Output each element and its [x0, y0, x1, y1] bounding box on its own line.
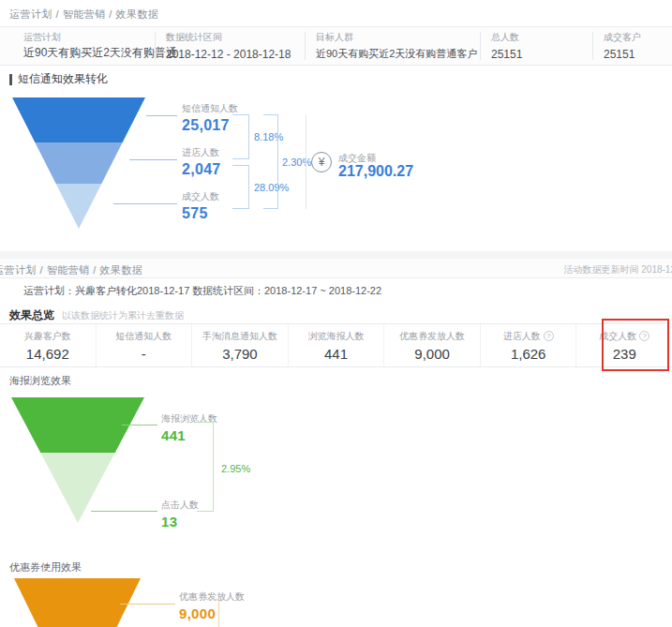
- field-value: 近90天有购买近2天没有购普通: [23, 45, 155, 61]
- page-separator: [0, 251, 672, 259]
- section-title-poster: 海报浏览效果: [9, 374, 71, 388]
- amount-value: 217,900.27: [338, 163, 413, 180]
- poster-funnel-chart: [11, 397, 144, 523]
- stat-coupons-issued: 优惠券发放人数 9,000: [383, 324, 480, 366]
- divider: [306, 114, 306, 209]
- connector-line: [129, 159, 177, 160]
- stat-value: 9,000: [414, 346, 450, 362]
- field-label: 总人数: [491, 31, 592, 44]
- field-label: 成交客户: [604, 31, 668, 44]
- stat-poster-views: 浏览海报人数 441: [288, 324, 384, 366]
- stat-store-visits: 进店人数 ? 1,626: [480, 324, 576, 366]
- stat-interest-customers: 兴趣客户数 14,692: [0, 324, 96, 366]
- field-target-audience: 目标人群 近90天有购买近2天没有购普通客户: [306, 31, 480, 61]
- stat-deals: 成交人数 ? 239: [575, 324, 672, 366]
- help-icon[interactable]: ?: [639, 331, 650, 341]
- data-update-time: 活动数据更新时间 2018-12: [564, 263, 672, 276]
- conversion-rate-overall: 2.30%: [282, 157, 311, 168]
- yen-icon: ¥: [311, 152, 332, 172]
- connector-line: [113, 203, 177, 204]
- section-accent-bar: [9, 74, 12, 85]
- field-label: 数据统计区间: [166, 31, 305, 44]
- plan-name: 运营计划：兴趣客户转化2018-12-17: [23, 284, 189, 298]
- conversion-rate-poster: 2.95%: [221, 463, 250, 474]
- rate-bracket: [202, 599, 219, 627]
- rate-bracket: [232, 114, 249, 159]
- stat-value: 1,626: [511, 346, 546, 362]
- rate-bracket: [232, 165, 249, 209]
- connector-line: [122, 425, 157, 425]
- connector-line: [91, 511, 157, 512]
- field-value: 25151: [491, 48, 592, 61]
- stats-table: 兴趣客户数 14,692 短信通知人数 - 手淘消息通知人数 3,790 浏览海…: [0, 323, 672, 367]
- help-icon[interactable]: ?: [544, 331, 554, 341]
- field-plan: 运营计划 近90天有购买近2天没有购普通: [0, 31, 155, 61]
- dashboard: 运营计划 / 智能营销 / 效果数据 运营计划 近90天有购买近2天没有购普通 …: [0, 0, 672, 627]
- field-date-range: 数据统计区间 2018-12-12 - 2018-12-18: [156, 31, 305, 61]
- breadcrumb[interactable]: 运营计划 / 智能营销 / 效果数据: [9, 7, 158, 22]
- section-title-sms: 短信通知效果转化: [9, 71, 108, 87]
- stage-value: 13: [161, 514, 199, 530]
- rate-bracket-overall: [263, 114, 278, 209]
- stat-value: 441: [324, 346, 348, 362]
- sms-funnel-chart: [12, 97, 145, 229]
- date-range: 数据统计区间：2018-12-17 ~ 2018-12-22: [192, 284, 381, 298]
- stat-value: 14,692: [26, 346, 69, 362]
- stat-value: 3,790: [222, 346, 258, 362]
- funnel-stage-sms-notified: 短信通知人数 25,017: [182, 102, 238, 134]
- field-value: 25151: [604, 48, 668, 61]
- breadcrumb[interactable]: 运营计划 / 智能营销 / 效果数据: [0, 263, 142, 277]
- connector-line: [120, 604, 175, 605]
- plan-info-bar: 运营计划 近90天有购买近2天没有购普通 数据统计区间 2018-12-12 -…: [0, 26, 672, 66]
- overview-note: 以该数据统计为累计去重数据: [62, 309, 184, 322]
- stat-app-notified: 手淘消息通知人数 3,790: [191, 324, 288, 366]
- funnel-stage-clicks: 点击人数 13: [161, 499, 199, 530]
- stat-value: -: [142, 346, 146, 362]
- stat-value: 239: [613, 346, 636, 362]
- overview-title-row: 效果总览 以该数据统计为累计去重数据: [9, 307, 184, 323]
- stage-value: 2,047: [182, 161, 221, 178]
- coupon-funnel-chart: [14, 578, 141, 627]
- overview-title: 效果总览: [9, 307, 54, 323]
- funnel-stage-deals: 成交人数 575: [182, 190, 219, 222]
- connector-line: [146, 115, 177, 116]
- stat-sms-notified: 短信通知人数 -: [96, 324, 192, 366]
- rate-bracket: [197, 422, 214, 512]
- section-title-coupon: 优惠券使用效果: [9, 560, 82, 575]
- field-label: 运营计划: [23, 31, 155, 44]
- stage-value: 25,017: [182, 117, 238, 134]
- field-total-people: 总人数 25151: [481, 31, 592, 61]
- field-label: 目标人群: [316, 31, 480, 44]
- funnel-stage-store-visits: 进店人数 2,047: [182, 146, 221, 178]
- stage-value: 575: [182, 205, 219, 222]
- field-value: 近90天有购买近2天没有购普通客户: [316, 47, 480, 61]
- field-deal-customers: 成交客户 25151: [593, 31, 668, 61]
- field-value: 2018-12-12 - 2018-12-18: [166, 48, 305, 61]
